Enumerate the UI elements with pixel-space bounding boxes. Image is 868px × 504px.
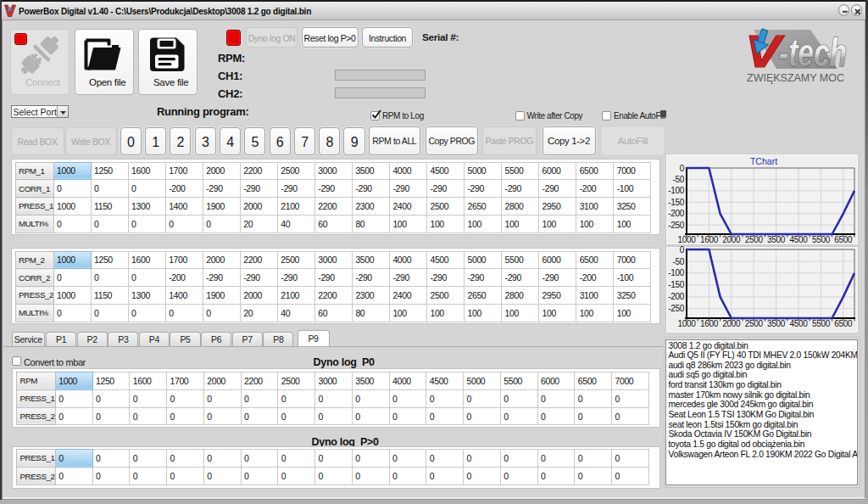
svg-text:0: 0	[680, 164, 685, 173]
svg-text:2500: 2500	[745, 235, 764, 244]
svg-text:2000: 2000	[722, 235, 741, 244]
svg-text:-50: -50	[672, 257, 684, 266]
svg-text:1600: 1600	[700, 235, 719, 244]
svg-text:-200: -200	[668, 292, 685, 301]
svg-text:6500: 6500	[834, 235, 853, 244]
svg-text:0: 0	[680, 246, 685, 255]
svg-text:5500: 5500	[812, 235, 831, 244]
svg-text:-200: -200	[668, 209, 685, 218]
svg-text:-50: -50	[672, 175, 684, 184]
svg-text:1000: 1000	[677, 235, 696, 244]
svg-text:TChart: TChart	[750, 156, 777, 166]
svg-text:4500: 4500	[789, 319, 808, 328]
svg-text:1600: 1600	[700, 319, 719, 328]
svg-text:-100: -100	[668, 268, 685, 277]
svg-text:-250: -250	[668, 304, 685, 313]
svg-text:2000: 2000	[722, 319, 741, 328]
svg-text:-250: -250	[668, 221, 685, 230]
svg-text:3500: 3500	[767, 319, 786, 328]
svg-text:2500: 2500	[745, 319, 764, 328]
svg-text:-100: -100	[668, 186, 685, 195]
svg-text:1000: 1000	[677, 319, 696, 328]
svg-text:ZWIĘKSZAMY MOC: ZWIĘKSZAMY MOC	[747, 72, 844, 84]
svg-text:6500: 6500	[834, 319, 853, 328]
svg-text:5500: 5500	[812, 319, 831, 328]
svg-text:-tech: -tech	[779, 31, 847, 75]
svg-text:-150: -150	[668, 198, 685, 207]
svg-text:3500: 3500	[767, 235, 786, 244]
svg-text:4500: 4500	[789, 235, 808, 244]
svg-text:-150: -150	[668, 280, 685, 289]
